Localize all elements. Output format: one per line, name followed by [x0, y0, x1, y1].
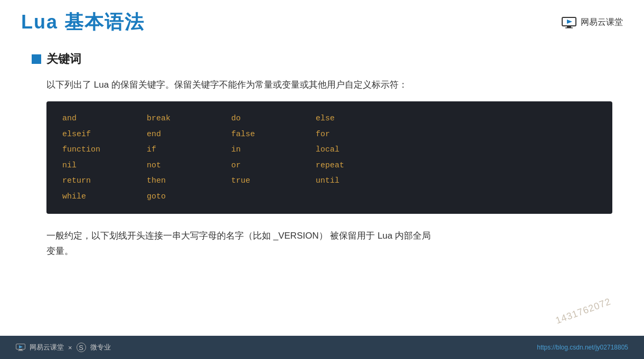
logo-text: 网易云课堂	[581, 17, 623, 28]
kw-else: else	[316, 112, 400, 126]
svg-rect-7	[18, 351, 23, 351]
section-title: 关键词	[46, 51, 81, 67]
svg-rect-6	[19, 349, 22, 351]
kw-break: break	[147, 112, 231, 126]
footer-partner-text: 微专业	[90, 343, 111, 352]
svg-marker-3	[567, 20, 572, 24]
kw-local: local	[316, 143, 400, 157]
kw-nil: nil	[62, 159, 147, 173]
kw-if: if	[147, 143, 231, 157]
keyword-col-3: do false in or true	[231, 112, 316, 203]
watermark: 1431762072	[554, 296, 613, 326]
logo-icon	[562, 17, 576, 29]
kw-empty-1	[231, 190, 316, 204]
kw-return: return	[62, 174, 147, 188]
footer-bar: 网易云课堂 × S 微专业 https://blog.csdn.net/jy02…	[0, 336, 644, 359]
kw-while: while	[62, 190, 147, 204]
kw-repeat: repeat	[316, 159, 400, 173]
header: Lua 基本语法 网易云课堂	[0, 0, 644, 41]
footer-logo-icon	[16, 344, 25, 351]
kw-for: for	[316, 128, 400, 141]
keyword-col-1: and elseif function nil return while	[62, 112, 147, 203]
kw-end: end	[147, 128, 231, 141]
footer-separator: ×	[68, 344, 72, 352]
svg-rect-2	[565, 27, 573, 29]
kw-until: until	[316, 174, 400, 188]
footer-left: 网易云课堂 × S 微专业	[16, 343, 111, 352]
kw-function: function	[62, 143, 147, 157]
kw-then: then	[147, 174, 231, 188]
kw-elseif: elseif	[62, 128, 147, 141]
kw-not: not	[147, 159, 231, 173]
keywords-box: and elseif function nil return while bre…	[46, 101, 612, 214]
kw-goto: goto	[147, 190, 231, 204]
kw-and: and	[62, 112, 147, 126]
slide-container: Lua 基本语法 网易云课堂 关键词 以下列出了 Lua 的保留关键字。保留关键…	[0, 0, 644, 359]
logo-area: 网易云课堂	[562, 17, 623, 29]
footer-partner-icon: S	[77, 343, 86, 352]
footer-logo-text: 网易云课堂	[30, 343, 64, 352]
section-description: 以下列出了 Lua 的保留关键字。保留关键字不能作为常量或变量或其他用户自定义标…	[46, 78, 612, 92]
kw-true: true	[231, 174, 316, 188]
content: 关键词 以下列出了 Lua 的保留关键字。保留关键字不能作为常量或变量或其他用户…	[0, 41, 644, 270]
svg-rect-1	[567, 26, 571, 27]
kw-do: do	[231, 112, 316, 126]
keyword-col-2: break end if not then goto	[147, 112, 231, 203]
svg-marker-5	[19, 345, 23, 348]
keyword-col-4: else for local repeat until	[316, 112, 400, 203]
page-title: Lua 基本语法	[21, 10, 145, 35]
section-bullet	[32, 54, 41, 64]
kw-false: false	[231, 128, 316, 141]
footer-note: 一般约定，以下划线开头连接一串大写字母的名字（比如 _VERSION） 被保留用…	[46, 229, 612, 259]
section-header: 关键词	[32, 51, 612, 67]
kw-or: or	[231, 159, 316, 173]
kw-in: in	[231, 143, 316, 157]
footer-url: https://blog.csdn.net/jy02718805	[537, 344, 628, 351]
kw-empty-2	[316, 190, 400, 204]
